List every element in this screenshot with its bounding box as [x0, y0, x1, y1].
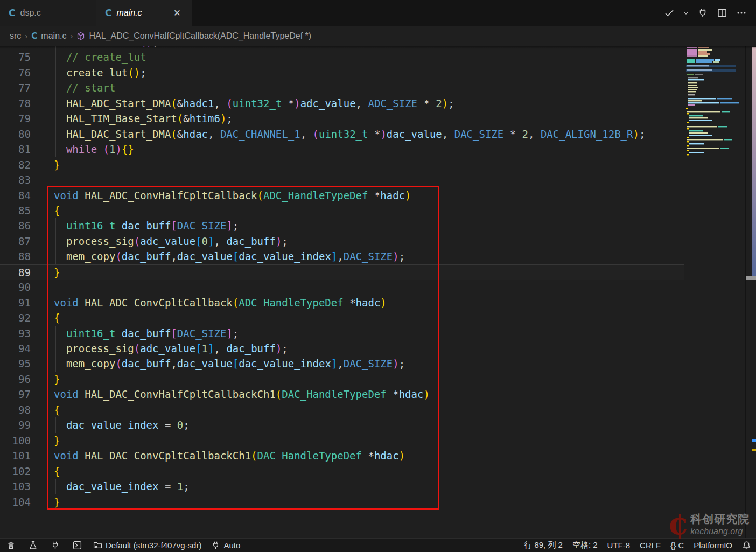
run-dropdown-chevron-icon[interactable]: [682, 6, 690, 20]
project-env-folder-icon: [93, 541, 102, 550]
code-line[interactable]: 87 process_sig(adc_value[0], dac_buff);: [0, 234, 684, 249]
line-number: 100: [0, 433, 31, 449]
code-line[interactable]: 97void HAL_DAC_ConvHalfCpltCallbackCh1(D…: [0, 387, 684, 402]
cursor-position[interactable]: 行 89, 列 2: [519, 539, 568, 552]
code-text: {: [54, 464, 60, 479]
line-number: 88: [0, 249, 31, 264]
tab-dsp-c[interactable]: C dsp.c: [0, 0, 96, 26]
code-line[interactable]: 81 while (1){}: [0, 142, 684, 157]
line-number: 80: [0, 127, 31, 142]
line-number: 82: [0, 157, 31, 173]
line-number: 103: [0, 479, 31, 494]
tab-label: main.c: [116, 8, 142, 18]
code-lines[interactable]: 74 MX_ADC1_Init();75 // create_lut76 cre…: [0, 46, 684, 538]
encoding-indicator[interactable]: UTF-8: [603, 539, 635, 552]
code-line[interactable]: 76 create_lut();: [0, 65, 684, 81]
indentation-indicator[interactable]: 空格: 2: [568, 539, 603, 552]
code-text: {: [54, 310, 60, 326]
editor-actions: [662, 0, 756, 26]
code-text: HAL_ADC_Start_DMA(&hadc1, (uint32_t *)ad…: [54, 96, 454, 111]
scrollbar-slider[interactable]: [752, 47, 756, 280]
code-line[interactable]: 77 // start: [0, 80, 684, 96]
code-text: }: [54, 157, 60, 173]
line-number: 84: [0, 188, 31, 204]
code-text: mem_copy(dac_buff,dac_value[dac_value_in…: [54, 249, 405, 264]
breadcrumb-separator: ›: [70, 31, 73, 40]
overview-warning-mark: [752, 449, 756, 451]
run-check-icon[interactable]: [662, 6, 676, 20]
line-number: 86: [0, 218, 31, 234]
serial-monitor-button[interactable]: [44, 539, 66, 552]
code-line[interactable]: 80 HAL_DAC_Start_DMA(&hdac, DAC_CHANNEL_…: [0, 127, 684, 142]
code-line[interactable]: 93 uint16_t dac_buff[DAC_SIZE];: [0, 326, 684, 341]
code-line[interactable]: 75 // create_lut: [0, 50, 684, 65]
notifications-button[interactable]: [737, 539, 756, 552]
breadcrumb: src › C main.c › HAL_ADC_ConvHalfCpltCal…: [0, 26, 756, 46]
more-actions-icon[interactable]: [734, 6, 748, 20]
minimap[interactable]: [685, 46, 745, 538]
code-text: mem_copy(dac_buff,dac_value[dac_value_in…: [54, 356, 405, 372]
code-line[interactable]: 102{: [0, 464, 684, 479]
code-text: void HAL_DAC_ConvCpltCallbackCh1(DAC_Han…: [54, 448, 405, 464]
editor-pane[interactable]: 74 MX_ADC1_Init();75 // create_lut76 cre…: [0, 46, 756, 538]
code-line[interactable]: 103 dac_value_index = 1;: [0, 479, 684, 494]
code-line[interactable]: 84void HAL_ADC_ConvHalfCpltCallback(ADC_…: [0, 188, 684, 204]
split-editor-icon[interactable]: [715, 6, 729, 20]
trash-icon: [6, 541, 16, 550]
line-number: 81: [0, 142, 31, 157]
code-text: // create_lut: [54, 50, 146, 65]
line-number: 97: [0, 387, 31, 402]
code-line[interactable]: 99 dac_value_index = 0;: [0, 417, 684, 433]
code-line[interactable]: 98{: [0, 402, 684, 418]
code-text: process_sig(adc_value[0], dac_buff);: [54, 234, 288, 249]
line-number: 91: [0, 295, 31, 311]
code-line[interactable]: 100}: [0, 433, 684, 449]
code-line[interactable]: 89}: [0, 264, 684, 280]
code-line[interactable]: 95 mem_copy(dac_buff,dac_value[dac_value…: [0, 356, 684, 372]
line-number: 93: [0, 326, 31, 341]
plug-icon[interactable]: [696, 6, 710, 20]
code-line[interactable]: 83: [0, 172, 684, 188]
code-text: process_sig(adc_value[1], dac_buff);: [54, 341, 288, 357]
project-env-label: Default (stm32-f407vg-sdr): [106, 541, 201, 550]
code-line[interactable]: 101void HAL_DAC_ConvCpltCallbackCh1(DAC_…: [0, 448, 684, 464]
code-line[interactable]: 86 uint16_t dac_buff[DAC_SIZE];: [0, 218, 684, 234]
language-mode[interactable]: {} C: [666, 539, 689, 552]
code-line[interactable]: 82}: [0, 157, 684, 173]
close-tab-icon[interactable]: ✕: [171, 6, 183, 20]
tab-main-c[interactable]: C main.c ✕: [96, 0, 192, 26]
line-number: 85: [0, 203, 31, 219]
line-number: 95: [0, 356, 31, 372]
bell-icon: [742, 541, 751, 550]
breadcrumb-symbol[interactable]: HAL_ADC_ConvHalfCpltCallback(ADC_HandleT…: [76, 31, 311, 41]
code-line[interactable]: 90: [0, 280, 684, 295]
code-line[interactable]: 78 HAL_ADC_Start_DMA(&hadc1, (uint32_t *…: [0, 96, 684, 111]
eol-indicator[interactable]: CRLF: [635, 539, 666, 552]
status-bar: Default (stm32-f407vg-sdr) Auto 行 89, 列 …: [0, 538, 756, 552]
test-button[interactable]: [22, 539, 44, 552]
code-text: void HAL_ADC_ConvCpltCallback(ADC_Handle…: [54, 295, 387, 311]
terminal-button[interactable]: [66, 539, 88, 552]
platformio-home-button[interactable]: PlatformIO: [689, 539, 737, 552]
line-number: 75: [0, 50, 31, 65]
code-text: dac_value_index = 1;: [54, 479, 190, 494]
breadcrumb-folder[interactable]: src: [10, 31, 21, 41]
clean-button[interactable]: [0, 539, 22, 552]
code-line[interactable]: 92{: [0, 310, 684, 326]
code-line[interactable]: 94 process_sig(adc_value[1], dac_buff);: [0, 341, 684, 357]
breadcrumb-file[interactable]: C main.c: [31, 31, 66, 41]
code-text: create_lut();: [54, 65, 146, 81]
tab-label: dsp.c: [20, 8, 40, 18]
line-number: 104: [0, 494, 31, 510]
code-line[interactable]: 104}: [0, 494, 684, 510]
code-text: HAL_TIM_Base_Start(&htim6);: [54, 111, 233, 127]
code-line[interactable]: 79 HAL_TIM_Base_Start(&htim6);: [0, 111, 684, 127]
code-line[interactable]: 96}: [0, 372, 684, 387]
project-environment-selector[interactable]: Default (stm32-f407vg-sdr): [88, 539, 206, 552]
code-line[interactable]: 91void HAL_ADC_ConvCpltCallback(ADC_Hand…: [0, 295, 684, 311]
serial-port-selector[interactable]: Auto: [206, 539, 245, 552]
code-line[interactable]: 85{: [0, 203, 684, 219]
code-text: HAL_DAC_Start_DMA(&hdac, DAC_CHANNEL_1, …: [54, 127, 645, 142]
scrollbar-overview-ruler[interactable]: [745, 46, 756, 538]
code-line[interactable]: 88 mem_copy(dac_buff,dac_value[dac_value…: [0, 249, 684, 264]
